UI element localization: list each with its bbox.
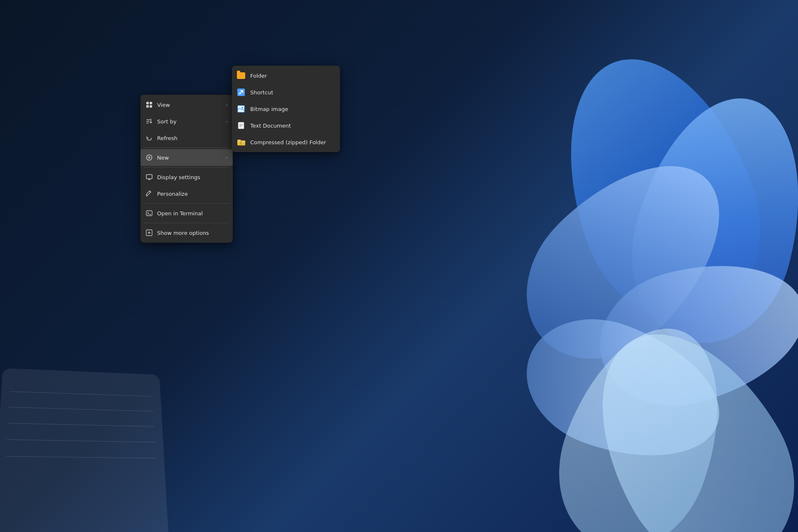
separator-4 (144, 223, 229, 223)
submenu-new: Folder Shortcut Bitmap image (232, 66, 340, 152)
svg-rect-6 (146, 211, 152, 216)
folder-label: Folder (250, 73, 267, 79)
shortcut-icon (237, 88, 245, 96)
show-more-icon (145, 229, 153, 236)
refresh-icon (145, 134, 153, 142)
submenu-item-folder[interactable]: Folder (232, 67, 340, 84)
menu-item-refresh[interactable]: Refresh (140, 130, 233, 146)
submenu-item-shortcut[interactable]: Shortcut (232, 84, 340, 101)
sort-by-arrow: › (226, 119, 228, 124)
folder-icon (237, 71, 245, 80)
submenu-item-bitmap[interactable]: Bitmap image (232, 101, 340, 117)
display-icon (145, 173, 153, 181)
svg-rect-17 (240, 143, 241, 144)
bitmap-label: Bitmap image (250, 106, 288, 112)
new-arrow: › (226, 155, 228, 160)
show-more-label: Show more options (157, 230, 228, 236)
notebook-decoration (0, 368, 168, 532)
menu-item-new[interactable]: New › (140, 149, 233, 166)
view-icon (145, 101, 153, 108)
light-petals (507, 283, 798, 532)
separator-3 (144, 203, 229, 204)
text-doc-icon (237, 121, 245, 130)
svg-rect-0 (146, 102, 149, 104)
refresh-label: Refresh (157, 135, 228, 141)
text-doc-label: Text Document (250, 123, 291, 129)
display-settings-label: Display settings (157, 174, 228, 180)
separator-1 (144, 148, 229, 148)
menu-item-display-settings[interactable]: Display settings (140, 169, 233, 185)
personalize-label: Personalize (157, 191, 228, 197)
svg-rect-12 (241, 140, 241, 141)
svg-rect-14 (241, 144, 241, 145)
shortcut-label: Shortcut (250, 89, 273, 96)
svg-rect-13 (241, 142, 241, 143)
svg-rect-15 (240, 140, 241, 140)
svg-rect-5 (146, 175, 152, 179)
menu-item-sort-by[interactable]: Sort by › (140, 113, 233, 130)
new-icon (145, 154, 153, 161)
svg-rect-2 (146, 105, 149, 108)
svg-rect-3 (150, 105, 152, 108)
menu-item-show-more[interactable]: Show more options (140, 224, 233, 241)
context-menu: View › Sort by › Refresh (140, 95, 233, 243)
terminal-icon (145, 209, 153, 217)
compressed-icon (237, 138, 245, 146)
view-arrow: › (226, 102, 228, 108)
open-terminal-label: Open in Terminal (157, 210, 228, 217)
sort-by-label: Sort by (157, 118, 222, 125)
menu-item-view[interactable]: View › (140, 96, 233, 113)
menu-item-personalize[interactable]: Personalize (140, 185, 233, 202)
menu-item-open-terminal[interactable]: Open in Terminal (140, 205, 233, 222)
separator-2 (144, 167, 229, 167)
sort-icon (145, 118, 153, 125)
submenu-item-text-doc[interactable]: Text Document (232, 117, 340, 134)
view-label: View (157, 102, 222, 108)
submenu-item-compressed[interactable]: Compressed (zipped) Folder (232, 134, 340, 150)
compressed-label: Compressed (zipped) Folder (250, 139, 326, 145)
svg-point-10 (241, 107, 243, 108)
svg-rect-1 (150, 102, 152, 104)
wallpaper (0, 0, 798, 532)
new-label: New (157, 155, 222, 161)
bitmap-icon (237, 105, 245, 113)
personalize-icon (145, 190, 153, 197)
svg-rect-16 (240, 141, 241, 142)
